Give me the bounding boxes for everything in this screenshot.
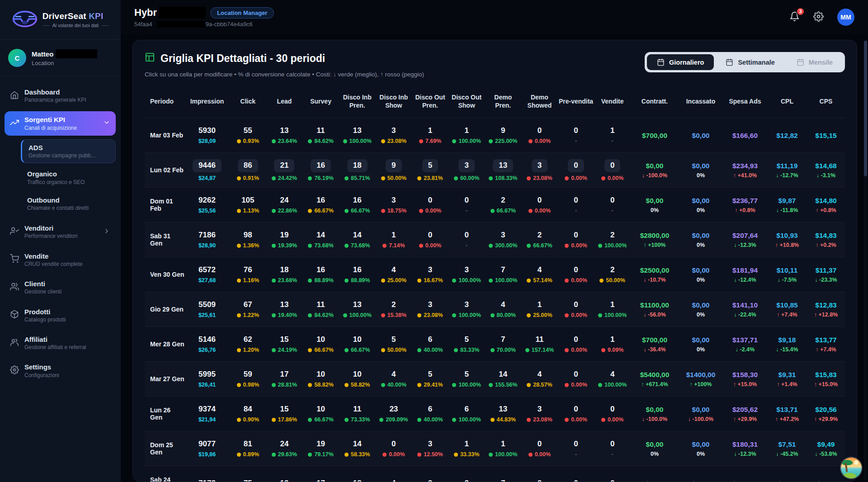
grid-cell[interactable]: 2124.42% — [266, 159, 303, 181]
grid-cell[interactable]: 266.67% — [521, 231, 558, 248]
grid-cell[interactable]: 1051.13% — [230, 196, 266, 213]
grid-cell[interactable]: 2100.00% — [594, 231, 631, 248]
grid-cell[interactable]: 840.90% — [230, 405, 266, 422]
grid-cell[interactable]: 640.00% — [412, 336, 448, 353]
grid-cell[interactable]: $0,000% — [631, 440, 679, 457]
grid-cell[interactable]: 1344.83% — [485, 405, 521, 422]
grid-cell[interactable]: 00.00% — [412, 196, 448, 213]
grid-cell[interactable]: 0- — [558, 440, 594, 457]
grid-cell[interactable]: $10,85↑ +7.4% — [767, 301, 807, 318]
grid-cell[interactable]: 7 — [485, 479, 521, 482]
grid-cell[interactable]: 125.00% — [521, 301, 558, 318]
grid-cell[interactable]: 1066.67% — [302, 336, 339, 353]
grid-cell[interactable]: 1666.67% — [339, 196, 376, 213]
grid-cell[interactable]: 6100.00% — [448, 405, 485, 422]
grid-cell[interactable]: $15,15 — [807, 132, 845, 139]
grid-cell[interactable]: 00.00% — [521, 196, 558, 213]
grid-cell[interactable]: 523.81% — [412, 159, 448, 181]
grid-cell[interactable]: 621.20% — [230, 336, 266, 353]
grid-cell[interactable]: 0- — [594, 196, 631, 213]
grid-cell[interactable]: 323.08% — [412, 301, 448, 318]
grid-cell[interactable]: 9446$24,87 — [184, 159, 230, 181]
grid-cell[interactable]: 323.08% — [376, 127, 412, 144]
grid-cell[interactable]: $8,78 — [807, 480, 845, 482]
grid-cell[interactable]: $11,37↓ -23.3% — [807, 266, 845, 283]
grid-cell[interactable]: 4100.00% — [594, 370, 631, 387]
grid-cell[interactable]: 4 — [376, 479, 412, 482]
grid-cell[interactable]: $1400,00↑ +100% — [679, 371, 723, 387]
grid-cell[interactable]: 00.00% — [558, 405, 594, 422]
grid-cell[interactable]: $0,000% — [679, 336, 723, 353]
grid-cell[interactable]: 1688.89% — [302, 266, 339, 283]
grid-cell[interactable]: 3100.00% — [448, 266, 485, 283]
grid-cell[interactable]: 590.98% — [230, 370, 266, 387]
sidebar-item-settings[interactable]: SettingsConfigurazioni — [5, 359, 116, 383]
grid-cell[interactable]: $9,18↓ -15.4% — [767, 336, 807, 353]
grid-cell[interactable]: $149,32 — [723, 480, 767, 482]
grid-cell[interactable]: 5146$26,76 — [184, 336, 230, 353]
grid-cell[interactable]: $9,87↓ -11.8% — [767, 197, 807, 213]
grid-cell[interactable]: 1066.67% — [302, 405, 339, 422]
grid-cell[interactable]: 7100.00% — [485, 266, 521, 283]
grid-cell[interactable]: 1688.89% — [339, 266, 376, 283]
sidebar-item-vendite[interactable]: VenditeCRUD vendite complete — [5, 248, 116, 272]
grid-cell[interactable]: 981.36% — [230, 231, 266, 248]
grid-cell[interactable]: 323.08% — [521, 405, 558, 422]
grid-cell[interactable]: 00.00% — [594, 405, 631, 422]
grid-cell[interactable]: 457.14% — [521, 266, 558, 283]
grid-cell[interactable]: 7186$28,90 — [184, 231, 230, 248]
grid-cell[interactable]: $166,60 — [723, 132, 767, 139]
grid-cell[interactable]: $0,000% — [631, 197, 679, 213]
grid-cell[interactable]: 17 — [302, 479, 339, 482]
grid-cell[interactable]: $2800,00↑ +100% — [631, 232, 679, 248]
sidebar-subitem-organico[interactable]: OrganicoTraffico organico e SEO — [21, 166, 116, 189]
grid-cell[interactable]: $700,00 — [631, 132, 679, 139]
grid-cell[interactable]: 13108.33% — [485, 159, 521, 181]
grid-cell[interactable]: $137,71↓ -2.4% — [723, 336, 767, 353]
grid-cell[interactable]: $158,30↑ +15.0% — [723, 371, 767, 387]
grid-cell[interactable]: 1524.19% — [266, 336, 303, 353]
grid-cell[interactable]: 5995$26,41 — [184, 370, 230, 387]
grid-cell[interactable]: 0- — [558, 127, 594, 144]
grid-cell[interactable]: 1885.71% — [339, 159, 376, 181]
grid-cell[interactable]: 529.41% — [412, 370, 448, 387]
grid-cell[interactable]: $12,83↑ +12.8% — [807, 301, 845, 318]
grid-cell[interactable]: 9225.00% — [485, 127, 521, 144]
grid-cell[interactable]: 1728.81% — [266, 370, 303, 387]
grid-cell[interactable]: 00.00% — [412, 231, 448, 248]
island-sticker-icon[interactable] — [841, 458, 862, 478]
grid-cell[interactable]: $234,93↑ +41.0% — [723, 162, 767, 179]
grid-cell[interactable]: $0,00 — [679, 132, 723, 139]
grid-cell[interactable]: 810.89% — [230, 440, 266, 457]
grid-cell[interactable]: 1058.82% — [339, 370, 376, 387]
grid-cell[interactable]: 640.00% — [412, 405, 448, 422]
grid-cell[interactable]: 550.00% — [376, 336, 412, 353]
grid-cell[interactable]: $0,000% — [679, 440, 723, 457]
grid-cell[interactable]: 13100.00% — [339, 127, 376, 144]
grid-cell[interactable]: 1458.33% — [339, 440, 376, 457]
view-button-mensile[interactable]: Mensile — [787, 54, 843, 70]
grid-cell[interactable]: 1100.00% — [485, 440, 521, 457]
grid-cell[interactable]: 00.00% — [558, 336, 594, 353]
grid-cell[interactable]: 17.69% — [412, 127, 448, 144]
grid-cell[interactable]: 1666.67% — [302, 196, 339, 213]
grid-cell[interactable]: $1100,00↓ -56.0% — [631, 301, 679, 318]
grid-cell[interactable]: $0,000% — [679, 301, 723, 318]
grid-cell[interactable]: $7,86 — [767, 480, 807, 482]
grid-cell[interactable]: $9,31↑ +1.4% — [767, 371, 807, 387]
grid-cell[interactable]: 00.00% — [594, 159, 631, 181]
grid-cell[interactable]: $2500,00↓ -10.7% — [631, 266, 679, 283]
grid-cell[interactable]: $141,10↓ -22.4% — [723, 301, 767, 318]
grid-cell[interactable]: 1100.00% — [448, 127, 485, 144]
grid-cell[interactable]: $236,77↑ +0.8% — [723, 197, 767, 213]
grid-cell[interactable]: $7,51↓ -45.2% — [767, 440, 807, 457]
scrollbar-thumb[interactable] — [864, 41, 867, 176]
grid-cell[interactable]: $0,000% — [679, 232, 723, 248]
view-button-giornaliero[interactable]: Giornaliero — [647, 54, 714, 70]
grid-cell[interactable]: 0- — [594, 440, 631, 457]
grid-cell[interactable]: 6572$27,68 — [184, 266, 230, 283]
grid-cell[interactable]: $11,19↓ -12.7% — [767, 162, 807, 179]
grid-cell[interactable]: $20,56↑ +29.9% — [807, 406, 845, 422]
grid-cell[interactable]: 316.67% — [412, 266, 448, 283]
grid-cell[interactable]: 428.57% — [521, 370, 558, 387]
